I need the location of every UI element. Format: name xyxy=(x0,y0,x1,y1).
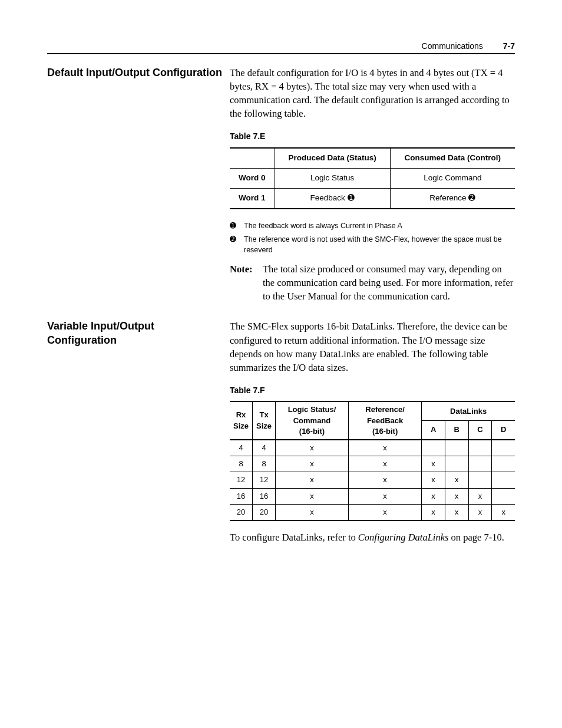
table-7f-cell: 20 xyxy=(253,504,276,521)
table-7e: Produced Data (Status) Consumed Data (Co… xyxy=(230,147,515,209)
note-block: Note: The total size produced or consume… xyxy=(230,262,515,303)
table-7f-cell: x xyxy=(348,488,421,504)
table-7f-cell: 8 xyxy=(230,456,253,472)
table-7e-h3: Consumed Data (Control) xyxy=(390,148,515,168)
table-7f-cell: 12 xyxy=(230,472,253,488)
table-7e-r1c0: Word 1 xyxy=(230,188,275,208)
note-label: Note: xyxy=(230,262,263,303)
section-heading-variable-io: Variable Input/Output Configuration xyxy=(47,319,230,544)
table-7f-cell: x xyxy=(348,456,421,472)
table-7f-cell: x xyxy=(276,440,349,456)
closing-text: To configure DataLinks, refer to Configu… xyxy=(230,531,515,544)
section-name: Communications xyxy=(422,41,483,51)
table-7f-caption: Table 7.F xyxy=(230,385,515,397)
table-7f-cell: x xyxy=(445,488,468,504)
table-7e-footnotes: ➊ The feedback word is always Current in… xyxy=(230,221,515,256)
table-7f-cell: x xyxy=(276,456,349,472)
page-header: Communications 7-7 xyxy=(422,41,515,51)
table-7e-caption: Table 7.E xyxy=(230,131,515,143)
th-reference: Reference/FeedBack(16-bit) xyxy=(348,401,421,440)
table-7f-cell: x xyxy=(348,440,421,456)
table-7e-r1c1: Feedback ➊ xyxy=(275,188,390,208)
table-7e-h2: Produced Data (Status) xyxy=(275,148,390,168)
footnote-1-text: The feedback word is always Current in P… xyxy=(244,221,402,232)
table-7f-cell: x xyxy=(468,504,492,521)
table-7f-cell xyxy=(492,488,515,504)
table-7f-cell: 16 xyxy=(230,488,253,504)
table-7f-cell xyxy=(445,456,468,472)
table-7e-r0c0: Word 0 xyxy=(230,168,275,188)
table-7e-r1c2: Reference ➋ xyxy=(390,188,515,208)
closing-link: Configuring DataLinks xyxy=(358,532,449,543)
table-7f-cell xyxy=(492,472,515,488)
table-7f-cell: 16 xyxy=(253,488,276,504)
table-7e-h1 xyxy=(230,148,275,168)
table-7f-cell: x xyxy=(348,472,421,488)
table-7f-cell xyxy=(445,440,468,456)
th-b: B xyxy=(445,421,468,440)
table-7f-cell: 4 xyxy=(230,440,253,456)
th-a: A xyxy=(422,421,445,440)
table-7e-r0c2: Logic Command xyxy=(390,168,515,188)
table-7f-cell xyxy=(468,440,492,456)
footnote-1-symbol: ➊ xyxy=(230,221,244,232)
table-7f-cell: x xyxy=(276,504,349,521)
table-7f-cell: x xyxy=(422,504,445,521)
footnote-2-text: The reference word is not used with the … xyxy=(244,235,515,255)
table-7f-cell: x xyxy=(468,488,492,504)
table-7f-cell: x xyxy=(422,472,445,488)
th-logic-status: Logic Status/Command(16-bit) xyxy=(276,401,349,440)
table-7f-cell: x xyxy=(422,488,445,504)
table-7f-cell xyxy=(422,440,445,456)
table-7f-cell: 8 xyxy=(253,456,276,472)
table-7f-cell: x xyxy=(276,472,349,488)
footnote-2-symbol: ➋ xyxy=(230,235,244,255)
table-7f-cell: x xyxy=(348,504,421,521)
table-7e-r0c1: Logic Status xyxy=(275,168,390,188)
table-7f-cell: x xyxy=(422,456,445,472)
th-c: C xyxy=(468,421,492,440)
th-tx: TxSize xyxy=(253,401,276,440)
table-7f-cell: x xyxy=(445,504,468,521)
section2-paragraph: The SMC-Flex supports 16-bit DataLinks. … xyxy=(230,319,515,374)
table-7f-cell: 12 xyxy=(253,472,276,488)
table-7f-cell xyxy=(492,456,515,472)
table-7f-cell xyxy=(468,472,492,488)
section1-paragraph: The default configuration for I/O is 4 b… xyxy=(230,66,515,120)
table-7f-cell: x xyxy=(445,472,468,488)
table-7f-cell: 4 xyxy=(253,440,276,456)
table-7f-cell: x xyxy=(492,504,515,521)
note-text: The total size produced or consumed may … xyxy=(263,262,515,303)
table-7f-cell: x xyxy=(276,488,349,504)
table-7f-cell xyxy=(468,456,492,472)
th-datalinks: DataLinks xyxy=(422,401,515,420)
table-7f-cell xyxy=(492,440,515,456)
th-d: D xyxy=(492,421,515,440)
th-rx: RxSize xyxy=(230,401,253,440)
page-number: 7-7 xyxy=(503,41,515,51)
table-7f: RxSize TxSize Logic Status/Command(16-bi… xyxy=(230,401,515,521)
section-heading-default-io: Default Input/Output Configuration xyxy=(47,66,230,303)
table-7f-cell: 20 xyxy=(230,504,253,521)
